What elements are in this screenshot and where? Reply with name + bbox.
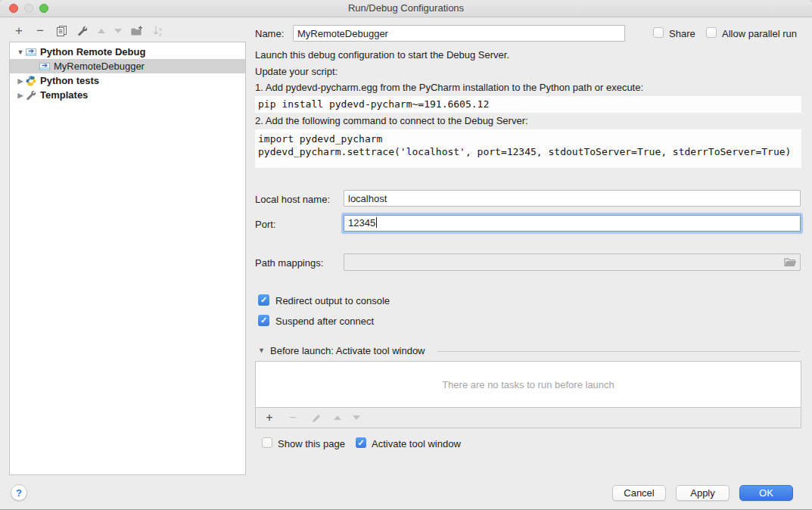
before-launch-separator bbox=[437, 351, 800, 352]
svg-text:a: a bbox=[159, 26, 162, 32]
before-launch-header[interactable]: Before launch: Activate tool window bbox=[270, 345, 425, 356]
tree-item-python-tests[interactable]: ▶ Python tests bbox=[10, 73, 245, 88]
ok-button[interactable]: OK bbox=[739, 485, 793, 501]
name-label: Name: bbox=[255, 28, 284, 39]
remove-task-icon: − bbox=[287, 412, 299, 424]
minimize-window-button bbox=[24, 4, 33, 13]
expander-down-icon[interactable]: ▼ bbox=[15, 48, 26, 56]
local-host-label: Local host name: bbox=[255, 194, 330, 205]
move-up-icon bbox=[98, 29, 105, 33]
suspend-after-connect-label[interactable]: Suspend after connect bbox=[275, 316, 374, 327]
suspend-after-connect-checkbox[interactable]: ✓ bbox=[258, 315, 269, 326]
help-question-icon: ? bbox=[16, 487, 22, 499]
close-window-button[interactable] bbox=[9, 4, 18, 13]
pip-command-code[interactable]: pip install pydevd-pycharm~=191.6605.12 bbox=[255, 96, 801, 113]
port-label: Port: bbox=[255, 219, 275, 230]
configurations-tree: ▼ Python Remote Debug MyRemoteDebugger ▶… bbox=[9, 42, 246, 475]
browse-folder-icon[interactable] bbox=[784, 257, 797, 270]
code-line-1: import pydevd_pycharm bbox=[258, 133, 382, 145]
add-configuration-icon[interactable]: + bbox=[13, 25, 25, 37]
local-host-input[interactable] bbox=[344, 190, 801, 207]
sort-alphabetically-icon: az bbox=[152, 25, 164, 37]
window-controls bbox=[9, 4, 48, 13]
tree-item-templates[interactable]: ▶ Templates bbox=[10, 88, 245, 102]
python-icon bbox=[26, 76, 36, 86]
tree-item-python-remote-debug[interactable]: ▼ Python Remote Debug bbox=[10, 45, 245, 59]
tree-item-label: Templates bbox=[40, 89, 88, 101]
move-down-icon bbox=[114, 29, 122, 33]
templates-wrench-icon bbox=[26, 90, 36, 101]
name-input[interactable] bbox=[293, 25, 625, 42]
share-checkbox[interactable] bbox=[653, 27, 664, 38]
run-debug-configurations-dialog: Run/Debug Configurations + − az ▼ Python… bbox=[0, 0, 812, 510]
copy-configuration-icon[interactable] bbox=[55, 25, 67, 37]
code-line-2: pydevd_pycharm.settrace('localhost', por… bbox=[258, 146, 791, 157]
show-this-page-label[interactable]: Show this page bbox=[278, 438, 345, 449]
add-task-icon[interactable]: + bbox=[263, 412, 275, 424]
allow-parallel-run-label[interactable]: Allow parallel run bbox=[722, 28, 797, 39]
expander-right-icon[interactable]: ▶ bbox=[15, 77, 26, 85]
activate-tool-window-label[interactable]: Activate tool window bbox=[372, 438, 461, 449]
edit-task-icon bbox=[310, 412, 322, 424]
redirect-output-label[interactable]: Redirect output to console bbox=[275, 295, 390, 306]
edit-templates-icon[interactable] bbox=[76, 25, 89, 37]
empty-task-message: There are no tasks to run before launch bbox=[442, 379, 614, 390]
tree-item-label: Python Remote Debug bbox=[40, 46, 145, 58]
remote-debug-icon bbox=[26, 48, 36, 57]
apply-button[interactable]: Apply bbox=[676, 485, 730, 501]
port-input[interactable]: 12345 bbox=[344, 215, 801, 232]
activate-tool-window-checkbox[interactable]: ✓ bbox=[356, 437, 366, 448]
before-launch-task-list[interactable]: There are no tasks to run before launch bbox=[255, 361, 801, 408]
description-text: Launch this debug configuration to start… bbox=[255, 49, 509, 61]
tree-item-myremotedebugger[interactable]: MyRemoteDebugger bbox=[10, 59, 245, 73]
title-bar[interactable]: Run/Debug Configurations bbox=[0, 0, 812, 17]
svg-text:z: z bbox=[159, 32, 162, 37]
settrace-code-block[interactable]: import pydevd_pycharmpydevd_pycharm.sett… bbox=[255, 129, 801, 168]
check-icon: ✓ bbox=[357, 438, 364, 448]
port-value: 12345 bbox=[348, 217, 375, 229]
window-title: Run/Debug Configurations bbox=[348, 2, 464, 14]
tree-item-label: MyRemoteDebugger bbox=[54, 61, 145, 72]
check-icon: ✓ bbox=[260, 316, 267, 325]
check-icon: ✓ bbox=[260, 295, 267, 305]
path-mappings-input[interactable] bbox=[344, 253, 801, 271]
share-label[interactable]: Share bbox=[669, 28, 695, 39]
redirect-output-checkbox[interactable]: ✓ bbox=[258, 294, 269, 306]
expander-right-icon[interactable]: ▶ bbox=[15, 92, 26, 99]
show-this-page-checkbox[interactable] bbox=[262, 437, 272, 448]
text-caret bbox=[376, 217, 377, 228]
move-task-down-icon bbox=[353, 415, 360, 420]
step2-text: 2. Add the following command to connect … bbox=[255, 115, 528, 126]
before-launch-collapse-icon[interactable]: ▼ bbox=[258, 347, 265, 354]
configurations-toolbar: + − az bbox=[13, 23, 164, 39]
allow-parallel-run-checkbox[interactable] bbox=[706, 27, 717, 38]
help-button[interactable]: ? bbox=[11, 484, 27, 501]
tree-item-label: Python tests bbox=[40, 75, 99, 86]
new-folder-icon[interactable] bbox=[131, 25, 143, 37]
remote-debug-icon bbox=[39, 62, 50, 71]
update-script-text: Update your script: bbox=[255, 66, 338, 77]
zoom-window-button[interactable] bbox=[39, 4, 48, 13]
remove-configuration-icon[interactable]: − bbox=[34, 25, 46, 37]
task-list-toolbar: + − bbox=[255, 407, 801, 428]
step1-text: 1. Add pydevd-pycharm.egg from the PyCha… bbox=[255, 82, 643, 93]
move-task-up-icon bbox=[334, 415, 341, 420]
path-mappings-label: Path mappings: bbox=[255, 257, 323, 269]
cancel-button[interactable]: Cancel bbox=[612, 485, 666, 501]
